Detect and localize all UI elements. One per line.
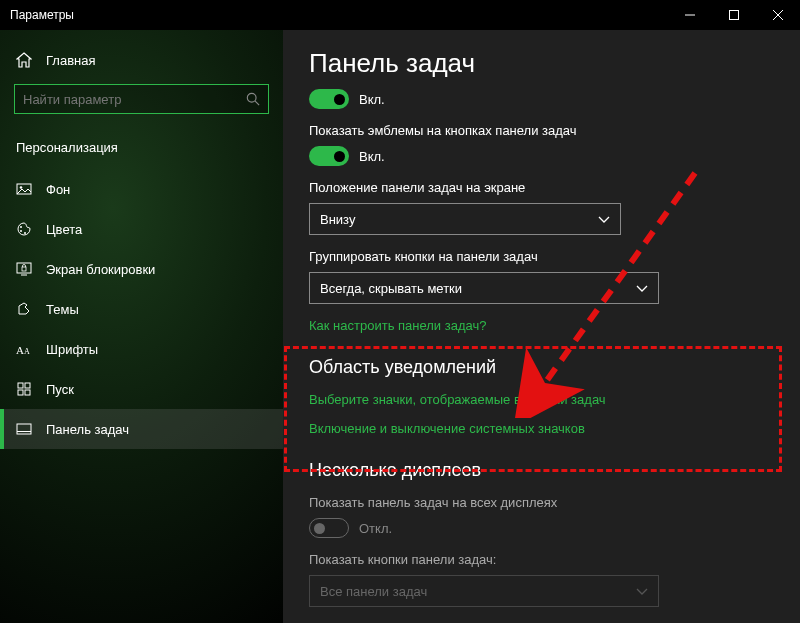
badges-state: Вкл.	[359, 149, 385, 164]
system-icons-link[interactable]: Включение и выключение системных значков	[309, 421, 774, 436]
window-controls	[668, 0, 800, 30]
window-title: Параметры	[10, 8, 74, 22]
sidebar-item-label: Шрифты	[46, 342, 98, 357]
maximize-button[interactable]	[712, 0, 756, 30]
position-combobox[interactable]: Внизу	[309, 203, 621, 235]
sidebar-item-label: Экран блокировки	[46, 262, 155, 277]
fonts-icon: AA	[16, 341, 32, 357]
sidebar-item-themes[interactable]: Темы	[0, 289, 283, 329]
svg-rect-18	[18, 390, 23, 395]
svg-point-10	[24, 232, 26, 234]
search-input[interactable]	[14, 84, 269, 114]
sidebar-item-label: Цвета	[46, 222, 82, 237]
sidebar: Главная Персонализация Фон Цвета Экран б…	[0, 30, 283, 623]
svg-rect-19	[25, 390, 30, 395]
start-icon	[16, 381, 32, 397]
badges-label: Показать эмблемы на кнопках панели задач	[309, 123, 774, 138]
notification-area-header: Область уведомлений	[309, 357, 774, 378]
sidebar-item-colors[interactable]: Цвета	[0, 209, 283, 249]
help-link[interactable]: Как настроить панели задач?	[309, 318, 774, 333]
chevron-down-icon	[598, 212, 610, 227]
svg-rect-17	[25, 383, 30, 388]
sidebar-item-label: Темы	[46, 302, 79, 317]
home-icon	[16, 52, 32, 68]
svg-text:A: A	[16, 344, 24, 356]
multi-buttons-label: Показать кнопки панели задач:	[309, 552, 774, 567]
svg-point-8	[20, 226, 22, 228]
grouping-label: Группировать кнопки на панели задач	[309, 249, 774, 264]
home-link[interactable]: Главная	[0, 42, 283, 78]
grouping-combobox[interactable]: Всегда, скрывать метки	[309, 272, 659, 304]
sidebar-item-label: Пуск	[46, 382, 74, 397]
home-label: Главная	[46, 53, 95, 68]
main-panel: Панель задач Вкл. Показать эмблемы на кн…	[283, 30, 800, 623]
taskbar-icon	[16, 421, 32, 437]
grouping-value: Всегда, скрывать метки	[320, 281, 462, 296]
sidebar-item-label: Фон	[46, 182, 70, 197]
badges-toggle[interactable]	[309, 146, 349, 166]
titlebar: Параметры	[0, 0, 800, 30]
section-header: Персонализация	[0, 132, 283, 169]
svg-text:A: A	[24, 347, 30, 356]
themes-icon	[16, 301, 32, 317]
page-title: Панель задач	[309, 48, 774, 79]
sidebar-item-fonts[interactable]: AA Шрифты	[0, 329, 283, 369]
multi-show-toggle[interactable]	[309, 518, 349, 538]
svg-point-9	[20, 230, 22, 232]
position-label: Положение панели задач на экране	[309, 180, 774, 195]
search-field[interactable]	[23, 92, 246, 107]
svg-rect-20	[17, 424, 31, 434]
svg-rect-13	[22, 267, 26, 271]
select-icons-link[interactable]: Выберите значки, отображаемые в панели з…	[309, 392, 774, 407]
minimize-button[interactable]	[668, 0, 712, 30]
svg-point-4	[247, 93, 256, 102]
svg-line-5	[255, 101, 259, 105]
search-icon	[246, 92, 260, 106]
sidebar-item-start[interactable]: Пуск	[0, 369, 283, 409]
sidebar-item-label: Панель задач	[46, 422, 129, 437]
multi-display-header: Несколько дисплеев	[309, 460, 774, 481]
close-button[interactable]	[756, 0, 800, 30]
svg-rect-1	[730, 11, 739, 20]
toggle-state: Вкл.	[359, 92, 385, 107]
chevron-down-icon	[636, 281, 648, 296]
multi-buttons-combobox: Все панели задач	[309, 575, 659, 607]
toggle-switch[interactable]	[309, 89, 349, 109]
sidebar-item-taskbar[interactable]: Панель задач	[0, 409, 283, 449]
svg-rect-16	[18, 383, 23, 388]
multi-show-label: Показать панель задач на всех дисплеях	[309, 495, 774, 510]
sidebar-item-background[interactable]: Фон	[0, 169, 283, 209]
lockscreen-icon	[16, 261, 32, 277]
multi-buttons-value: Все панели задач	[320, 584, 427, 599]
chevron-down-icon	[636, 584, 648, 599]
multi-show-state: Откл.	[359, 521, 392, 536]
sidebar-item-lockscreen[interactable]: Экран блокировки	[0, 249, 283, 289]
picture-icon	[16, 181, 32, 197]
palette-icon	[16, 221, 32, 237]
position-value: Внизу	[320, 212, 355, 227]
